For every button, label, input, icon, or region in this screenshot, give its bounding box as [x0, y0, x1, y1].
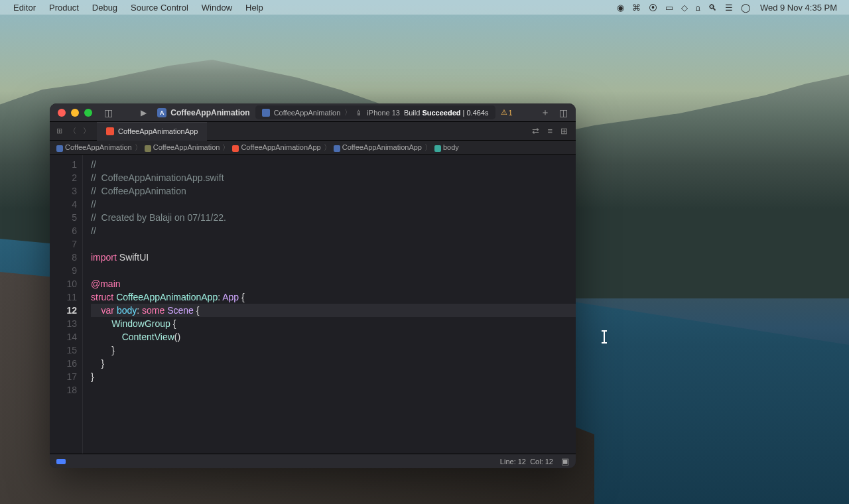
code-line[interactable]: var body: some Scene { — [91, 304, 576, 317]
toggle-navigator-icon[interactable]: ◫ — [104, 107, 113, 118]
jumpbar-struct[interactable]: CoffeeAppAnimationApp — [334, 143, 422, 151]
nav-forward-button[interactable]: 〉 — [83, 126, 90, 136]
jumpbar[interactable]: CoffeeAppAnimation 〉 CoffeeAppAnimation … — [50, 141, 576, 155]
line-number: 1 — [50, 158, 77, 171]
chevron-right-icon: 〉 — [222, 143, 229, 153]
activity-project: CoffeeAppAnimation — [274, 109, 341, 117]
code-editor[interactable]: 123456789101112131415161718 //// CoffeeA… — [50, 155, 576, 454]
code-line[interactable]: @main — [91, 277, 576, 290]
related-items-icon[interactable]: ⊞ — [56, 127, 62, 135]
code-area[interactable]: //// CoffeeAppAnimationApp.swift// Coffe… — [83, 155, 576, 454]
code-line[interactable] — [91, 383, 576, 397]
code-line[interactable]: ContentView() — [91, 330, 576, 344]
line-number: 2 — [50, 171, 77, 184]
code-line[interactable]: // Created by Balaji on 07/11/22. — [91, 211, 576, 224]
col-value: 12 — [545, 458, 553, 466]
jumpbar-project[interactable]: CoffeeAppAnimation — [56, 143, 132, 151]
line-number: 17 — [50, 370, 77, 383]
code-line[interactable]: import SwiftUI — [91, 251, 576, 264]
code-line[interactable]: struct CoffeeAppAnimationApp: App { — [91, 290, 576, 304]
code-line[interactable]: // CoffeeAppAnimation — [91, 184, 576, 198]
chevron-right-icon: 〉 — [324, 143, 331, 153]
code-line[interactable]: // — [91, 224, 576, 237]
editor-tab[interactable]: CoffeeAppAnimationApp — [97, 122, 207, 141]
line-gutter: 123456789101112131415161718 — [50, 155, 83, 454]
screenrec-icon[interactable]: ⦿ — [645, 3, 661, 13]
siri-icon[interactable]: ◯ — [737, 3, 755, 13]
project-icon — [262, 109, 270, 117]
swift-icon — [106, 127, 114, 135]
menu-editor[interactable]: Editor — [7, 3, 42, 13]
run-button[interactable]: ▶ — [141, 108, 147, 117]
spotlight-icon[interactable]: 🔍︎ — [704, 3, 721, 13]
chevron-right-icon: 〉 — [344, 107, 352, 117]
line-number: 8 — [50, 251, 77, 264]
tabbar: ⊞ 〈 〉 CoffeeAppAnimationApp ⇄ ≡ ⊞ — [50, 122, 576, 141]
build-status: Build Succeeded | 0.464s — [404, 109, 489, 117]
nav-back-button[interactable]: 〈 — [69, 126, 76, 136]
activity-viewer[interactable]: CoffeeAppAnimation 〉 📱︎ iPhone 13 Build … — [255, 105, 495, 119]
control-center-icon[interactable]: ☰ — [721, 3, 737, 13]
line-value: 12 — [518, 458, 526, 466]
maximize-button[interactable] — [84, 109, 92, 117]
command-icon[interactable]: ⌘ — [628, 3, 645, 13]
line-number: 7 — [50, 237, 77, 251]
line-label: Line: — [500, 458, 516, 466]
code-line[interactable]: // — [91, 198, 576, 211]
line-number: 15 — [50, 344, 77, 357]
line-number: 13 — [50, 317, 77, 330]
tab-label: CoffeeAppAnimationApp — [118, 127, 198, 135]
menu-source-control[interactable]: Source Control — [124, 3, 195, 13]
menu-window[interactable]: Window — [195, 3, 239, 13]
menubar-datetime[interactable]: Wed 9 Nov 4:35 PM — [755, 3, 842, 13]
macos-menubar: Editor Product Debug Source Control Wind… — [0, 0, 849, 15]
jumpbar-body[interactable]: body — [434, 143, 459, 151]
line-number: 10 — [50, 277, 77, 290]
statusbar: Line: 12 Col: 12 ▣ — [50, 454, 576, 468]
activity-device: iPhone 13 — [367, 109, 400, 117]
minimize-button[interactable] — [71, 109, 79, 117]
line-number: 4 — [50, 198, 77, 211]
code-line[interactable]: } — [91, 344, 576, 357]
line-number: 6 — [50, 224, 77, 237]
code-line[interactable] — [91, 264, 576, 277]
xcode-window: ◫ ▶ A CoffeeAppAnimation CoffeeAppAnimat… — [50, 103, 576, 468]
jumpbar-file[interactable]: CoffeeAppAnimationApp — [232, 143, 320, 151]
traffic-lights — [58, 109, 92, 117]
add-button[interactable]: ＋ — [541, 107, 550, 119]
line-number: 16 — [50, 357, 77, 370]
code-line[interactable] — [91, 237, 576, 251]
titlebar: ◫ ▶ A CoffeeAppAnimation CoffeeAppAnimat… — [50, 103, 576, 122]
warnings-count: 1 — [509, 109, 513, 117]
chevron-right-icon: 〉 — [424, 143, 432, 153]
canvas-icon[interactable]: ▣ — [561, 456, 569, 466]
line-number: 18 — [50, 383, 77, 397]
record-icon[interactable]: ◉ — [613, 3, 628, 13]
warnings-badge[interactable]: ⚠ 1 — [501, 108, 513, 117]
close-button[interactable] — [58, 109, 66, 117]
code-line[interactable]: } — [91, 357, 576, 370]
chevron-right-icon: 〉 — [135, 143, 142, 153]
code-line[interactable]: WindowGroup { — [91, 317, 576, 330]
scheme-selector[interactable]: A CoffeeAppAnimation — [157, 108, 249, 117]
line-number: 9 — [50, 264, 77, 277]
code-line[interactable]: // CoffeeAppAnimationApp.swift — [91, 171, 576, 184]
menu-debug[interactable]: Debug — [86, 3, 124, 13]
code-line[interactable]: } — [91, 370, 576, 383]
menu-help[interactable]: Help — [239, 3, 270, 13]
app-icon: A — [157, 108, 166, 117]
line-number: 14 — [50, 330, 77, 344]
battery-icon[interactable]: ▭ — [661, 3, 677, 13]
line-number: 12 — [50, 304, 77, 317]
add-editor-icon[interactable]: ⊞ — [560, 126, 568, 136]
code-line[interactable]: // — [91, 158, 576, 171]
editor-options-icon[interactable]: ≡ — [547, 126, 553, 136]
wifi2-icon[interactable]: ⩍ — [692, 3, 704, 13]
toggle-inspector-icon[interactable]: ◫ — [559, 107, 568, 118]
wifi-icon[interactable]: ◇ — [677, 3, 692, 13]
col-label: Col: — [530, 458, 543, 466]
adjust-editor-icon[interactable]: ⇄ — [532, 126, 539, 136]
debug-area-icon[interactable] — [56, 459, 66, 464]
jumpbar-folder[interactable]: CoffeeAppAnimation — [145, 143, 220, 151]
menu-product[interactable]: Product — [42, 3, 86, 13]
